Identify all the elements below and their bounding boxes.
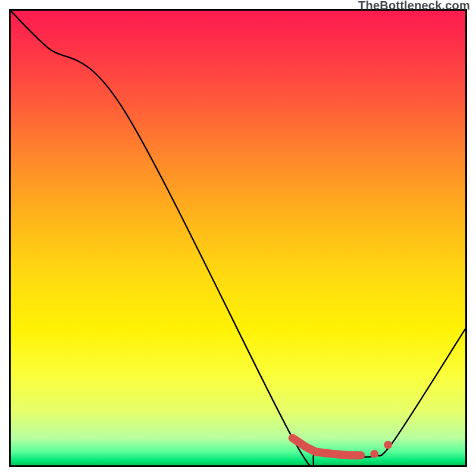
markers-stroke	[293, 438, 361, 455]
marker-dot	[384, 441, 392, 449]
curve-path	[11, 11, 465, 465]
markers-group	[293, 438, 392, 458]
chart-svg	[11, 11, 465, 465]
chart-frame	[9, 9, 467, 467]
watermark-text: TheBottleneck.com	[358, 0, 470, 12]
marker-dot	[370, 450, 378, 458]
